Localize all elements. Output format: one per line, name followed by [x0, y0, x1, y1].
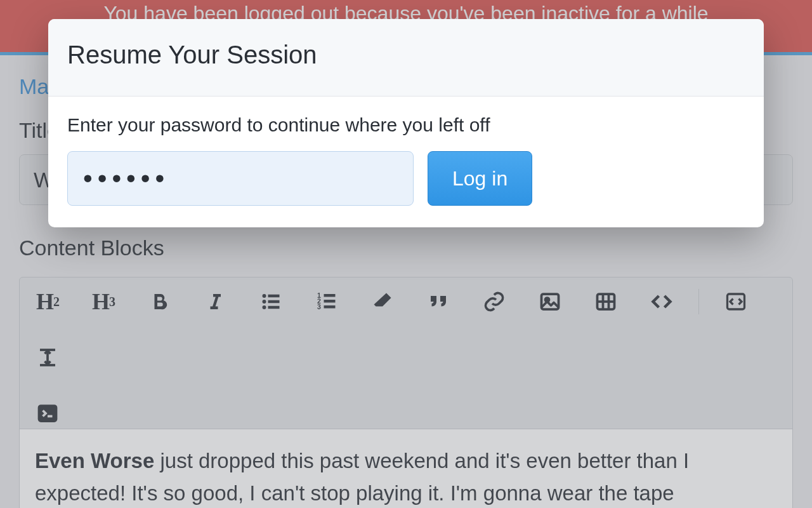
modal-title: Resume Your Session	[67, 41, 745, 69]
password-input[interactable]	[67, 151, 414, 206]
modal-instruction: Enter your password to continue where yo…	[67, 114, 745, 136]
resume-session-modal: Resume Your Session Enter your password …	[48, 19, 764, 227]
modal-header: Resume Your Session	[48, 19, 764, 97]
login-button[interactable]: Log in	[428, 151, 532, 206]
modal-body: Enter your password to continue where yo…	[48, 97, 764, 227]
login-form: Log in	[67, 151, 745, 206]
